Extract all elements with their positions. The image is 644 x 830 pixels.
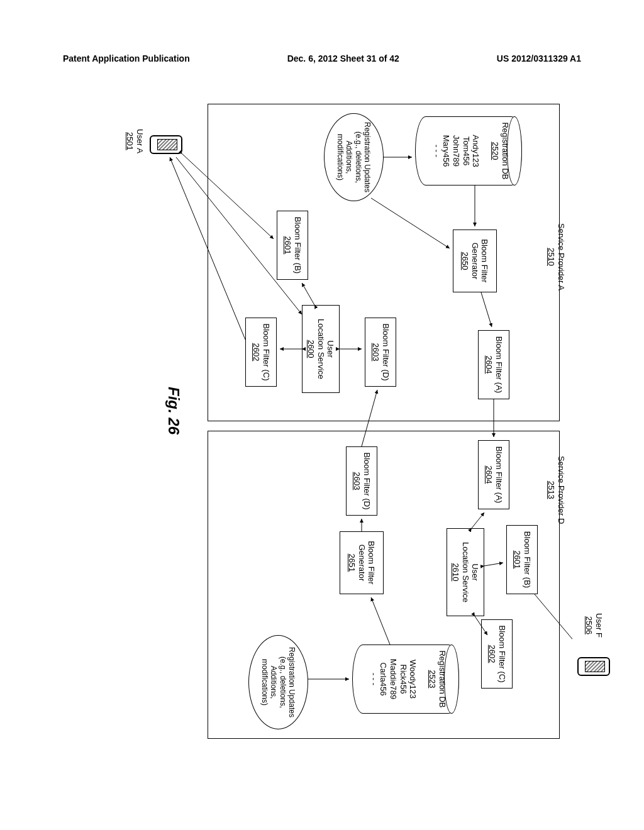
page-header: Patent Application Publication Dec. 6, 2… xyxy=(63,53,581,64)
bfa-d: Bloom Filter (A) 2604 xyxy=(478,440,509,509)
uls-d: User Location Service 2610 xyxy=(447,528,484,616)
figure-label: Fig. 26 xyxy=(165,387,182,434)
reg-db-d: Registration DB 2523 Woody123 Rick456 Ma… xyxy=(352,645,459,714)
bfb-d: Bloom Filter (B) 2601 xyxy=(506,525,538,594)
bfd-a: Bloom Filter (D) 2603 xyxy=(365,318,396,387)
bfc-a: Bloom Filter (C) 2602 xyxy=(245,318,277,387)
phone-user-a xyxy=(150,135,182,154)
user-f-label: User F 2506 xyxy=(584,613,604,638)
header-left: Patent Application Publication xyxy=(63,53,190,64)
header-center: Dec. 6, 2012 Sheet 31 of 42 xyxy=(287,53,399,64)
bfc-d: Bloom Filter (C) 2602 xyxy=(481,619,513,689)
uls-a: User Location Service 2600 xyxy=(302,305,340,393)
bfgen-d: Bloom Filter Generator 2651 xyxy=(340,531,384,594)
diagram: Service Provider A 2510 Service Provider… xyxy=(94,97,572,745)
header-right: US 2012/0311329 A1 xyxy=(497,53,581,64)
provider-d-title: Service Provider D 2513 xyxy=(547,456,566,524)
updates-d: Registration Updates (e.g., deletions, A… xyxy=(248,635,308,729)
provider-a-title: Service Provider A 2510 xyxy=(547,223,566,290)
bfgen-a: Bloom Filter Generator 2650 xyxy=(453,230,497,292)
reg-db-a: Registration DB 2520 Andy123 Tom456 John… xyxy=(415,116,522,185)
bfb-a: Bloom Filter (B) 2601 xyxy=(277,211,308,280)
diagram-container: Service Provider A 2510 Service Provider… xyxy=(9,182,644,660)
user-a-label: User A 2501 xyxy=(125,129,145,153)
bfa-a: Bloom Filter (A) 2604 xyxy=(478,330,509,399)
phone-user-f xyxy=(577,657,610,676)
bfd-d: Bloom Filter (D) 2603 xyxy=(346,446,377,516)
updates-a: Registration Updates (e.g., deletions, A… xyxy=(324,113,384,201)
